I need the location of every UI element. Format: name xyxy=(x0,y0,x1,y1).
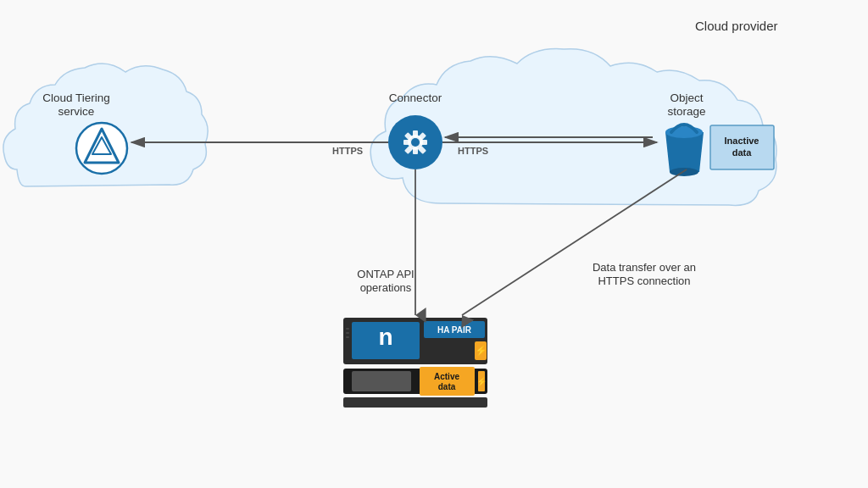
svg-rect-24 xyxy=(346,332,349,334)
svg-text:HA PAIR: HA PAIR xyxy=(437,325,472,335)
svg-rect-23 xyxy=(346,328,349,330)
svg-text:data: data xyxy=(438,382,456,391)
connector-label: Connector xyxy=(389,92,442,104)
svg-point-1 xyxy=(411,138,420,147)
ha-pair-device: HA PAIR ⚡ n Active data ⚡ xyxy=(343,318,487,408)
svg-text:⚡: ⚡ xyxy=(475,344,487,357)
cloud-tiering-label-line1: Cloud Tiering xyxy=(42,92,110,104)
inactive-data-label-line2: data xyxy=(732,147,753,158)
object-storage-label-line2: storage xyxy=(667,105,705,118)
svg-rect-5 xyxy=(403,140,410,145)
svg-rect-3 xyxy=(413,147,418,154)
bucket-icon xyxy=(665,125,704,176)
inactive-data-label-line1: Inactive xyxy=(725,136,760,146)
svg-rect-33 xyxy=(343,397,487,408)
svg-rect-4 xyxy=(420,140,427,145)
ontap-api-label-line2: operations xyxy=(360,281,412,294)
object-storage-label-line1: Object xyxy=(670,92,703,104)
svg-rect-25 xyxy=(346,336,349,338)
data-transfer-label-line1: Data transfer over an xyxy=(593,261,696,274)
svg-text:n: n xyxy=(378,324,392,350)
svg-text:Active: Active xyxy=(434,372,459,381)
https-right-label: HTTPS xyxy=(458,146,488,156)
data-transfer-label-line2: HTTPS connection xyxy=(598,274,690,287)
https-left-label: HTTPS xyxy=(332,146,363,156)
svg-rect-2 xyxy=(413,130,418,137)
ontap-api-label-line1: ONTAP API xyxy=(357,268,414,280)
gear-icon xyxy=(403,130,427,154)
svg-text:⚡: ⚡ xyxy=(476,376,487,387)
diagram-container: Cloud provider Cloud Tiering service Con… xyxy=(0,0,868,488)
main-diagram-svg: Cloud provider Cloud Tiering service Con… xyxy=(0,0,868,488)
svg-rect-27 xyxy=(352,371,411,391)
cloud-tiering-label-line2: service xyxy=(58,105,95,118)
cloud-provider-label: Cloud provider xyxy=(695,19,778,33)
